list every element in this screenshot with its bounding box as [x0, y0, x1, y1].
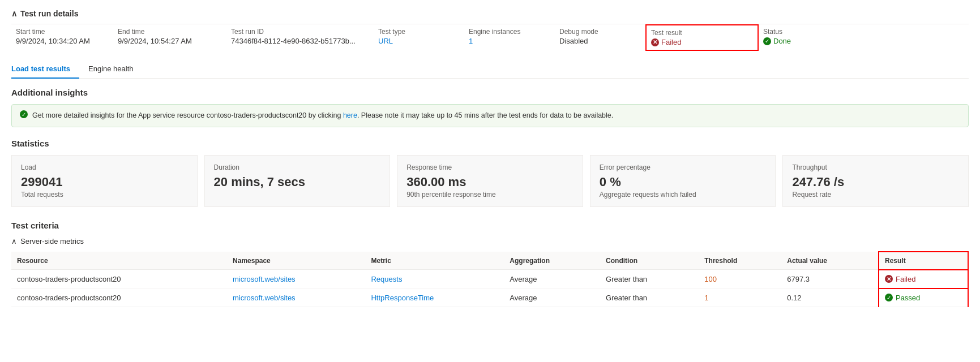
- stat-card-error: Error percentage 0 % Aggregate requests …: [590, 155, 776, 207]
- stat-response-sub: 90th percentile response time: [406, 191, 574, 199]
- row1-result-label: Failed: [896, 275, 915, 283]
- th-namespace: Namespace: [227, 252, 365, 270]
- test-run-id-col: Test run ID 74346f84-8112-4e90-8632-b517…: [226, 24, 374, 51]
- insights-suffix: . Please note it may take up to 45 mins …: [357, 111, 613, 119]
- debug-mode-col: Debug mode Disabled: [555, 24, 645, 51]
- page-container: ∧ Test run details Start time 9/9/2024, …: [0, 0, 980, 325]
- end-time-value: 9/9/2024, 10:54:27 AM: [118, 37, 222, 45]
- stat-load-label: Load: [21, 163, 188, 171]
- row1-namespace-link[interactable]: microsoft.web/sites: [233, 275, 296, 283]
- additional-insights-section: Additional insights ✓ Get more detailed …: [11, 88, 969, 127]
- stat-duration-value: 20 mins, 7 secs: [214, 175, 381, 189]
- row2-metric: HttpResponseTime: [365, 288, 504, 307]
- row1-threshold-value: 100: [704, 275, 717, 283]
- row2-namespace-link[interactable]: microsoft.web/sites: [233, 294, 296, 302]
- status-col: Status ✓ Done: [759, 24, 838, 51]
- row2-resource: contoso-traders-productscont20: [11, 288, 227, 307]
- row2-metric-link[interactable]: HttpResponseTime: [371, 294, 434, 302]
- engine-instances-col: Engine instances 1: [464, 24, 555, 51]
- row2-pass-icon: ✓: [885, 294, 893, 301]
- tab-load-test-results[interactable]: Load test results: [11, 60, 79, 79]
- row2-result-label: Passed: [896, 294, 920, 302]
- tab-engine-health[interactable]: Engine health: [79, 60, 143, 79]
- engine-instances-value[interactable]: 1: [469, 37, 550, 45]
- th-resource: Resource: [11, 252, 227, 270]
- criteria-header-row: Resource Namespace Metric Aggregation Co…: [11, 252, 968, 270]
- criteria-table-head: Resource Namespace Metric Aggregation Co…: [11, 252, 968, 270]
- th-result: Result: [879, 252, 968, 270]
- th-metric: Metric: [365, 252, 504, 270]
- row1-result: ✕ Failed: [879, 270, 968, 288]
- done-label: Done: [773, 37, 791, 45]
- stat-throughput-sub: Request rate: [792, 191, 959, 199]
- row1-result-failed: ✕ Failed: [885, 275, 962, 283]
- engine-instances-label: Engine instances: [469, 28, 550, 36]
- row2-actual: 0.12: [781, 288, 879, 307]
- test-run-title[interactable]: ∧ Test run details: [11, 9, 969, 18]
- stat-response-value: 360.00 ms: [406, 175, 574, 189]
- insights-prefix: Get more detailed insights for the App s…: [32, 111, 343, 119]
- row1-actual: 6797.3: [781, 270, 879, 288]
- test-criteria-title: Test criteria: [11, 221, 969, 230]
- debug-mode-value: Disabled: [559, 37, 641, 45]
- debug-mode-label: Debug mode: [559, 28, 641, 36]
- done-status: ✓ Done: [763, 37, 833, 45]
- test-type-value[interactable]: URL: [378, 37, 460, 45]
- stat-duration-label: Duration: [214, 163, 381, 171]
- insights-here-link[interactable]: here: [343, 111, 357, 119]
- row1-threshold: 100: [699, 270, 781, 288]
- th-threshold: Threshold: [699, 252, 781, 270]
- statistics-section: Statistics Load 299041 Total requests Du…: [11, 139, 969, 207]
- row2-namespace: microsoft.web/sites: [227, 288, 365, 307]
- row2-condition: Greater than: [600, 288, 699, 307]
- test-result-label: Test result: [651, 29, 753, 37]
- th-aggregation: Aggregation: [504, 252, 600, 270]
- stat-error-sub: Aggregate requests which failed: [600, 191, 767, 199]
- row1-metric-link[interactable]: Requests: [371, 275, 402, 283]
- table-row: contoso-traders-productscont20 microsoft…: [11, 288, 968, 307]
- start-time-label: Start time: [16, 28, 109, 36]
- server-side-metrics-label: Server-side metrics: [20, 237, 84, 245]
- row1-fail-icon: ✕: [885, 275, 893, 283]
- start-time-value: 9/9/2024, 10:34:20 AM: [16, 37, 109, 45]
- status-value: ✓ Done: [763, 37, 833, 45]
- test-type-col: Test type URL: [374, 24, 464, 51]
- chevron-icon: ∧: [11, 9, 17, 18]
- statistics-title: Statistics: [11, 139, 969, 148]
- end-time-label: End time: [118, 28, 222, 36]
- stat-load-value: 299041: [21, 175, 188, 189]
- row2-result: ✓ Passed: [879, 288, 968, 307]
- row1-aggregation: Average: [504, 270, 600, 288]
- insights-title: Additional insights: [11, 88, 969, 97]
- done-icon: ✓: [763, 37, 771, 45]
- row2-aggregation: Average: [504, 288, 600, 307]
- stat-response-label: Response time: [406, 163, 574, 171]
- row1-condition: Greater than: [600, 270, 699, 288]
- row1-metric: Requests: [365, 270, 504, 288]
- section-title: Test run details: [20, 9, 78, 18]
- tabs: Load test results Engine health: [11, 60, 969, 79]
- row2-threshold: 1: [699, 288, 781, 307]
- server-side-metrics-header[interactable]: ∧ Server-side metrics: [11, 237, 969, 245]
- insights-text: Get more detailed insights for the App s…: [32, 110, 613, 121]
- row1-resource: contoso-traders-productscont20: [11, 270, 227, 288]
- row2-result-passed: ✓ Passed: [885, 294, 962, 302]
- stat-card-throughput: Throughput 247.76 /s Request rate: [782, 155, 969, 207]
- stat-throughput-label: Throughput: [792, 163, 959, 171]
- test-result-col: Test result ✕ Failed: [645, 24, 759, 51]
- stat-load-sub: Total requests: [21, 191, 188, 199]
- stat-error-label: Error percentage: [600, 163, 767, 171]
- failed-icon: ✕: [651, 38, 659, 46]
- test-run-id-value: 74346f84-8112-4e90-8632-b51773b...: [231, 37, 369, 45]
- test-run-id-label: Test run ID: [231, 28, 369, 36]
- test-run-header: ∧ Test run details Start time 9/9/2024, …: [11, 9, 969, 51]
- criteria-table: Resource Namespace Metric Aggregation Co…: [11, 251, 969, 307]
- stats-grid: Load 299041 Total requests Duration 20 m…: [11, 155, 969, 207]
- insights-banner: ✓ Get more detailed insights for the App…: [11, 104, 969, 127]
- test-result-value: ✕ Failed: [651, 38, 753, 46]
- end-time-col: End time 9/9/2024, 10:54:27 AM: [113, 24, 226, 51]
- stat-error-value: 0 %: [600, 175, 767, 189]
- criteria-table-body: contoso-traders-productscont20 microsoft…: [11, 270, 968, 307]
- status-label: Status: [763, 28, 833, 36]
- row1-namespace: microsoft.web/sites: [227, 270, 365, 288]
